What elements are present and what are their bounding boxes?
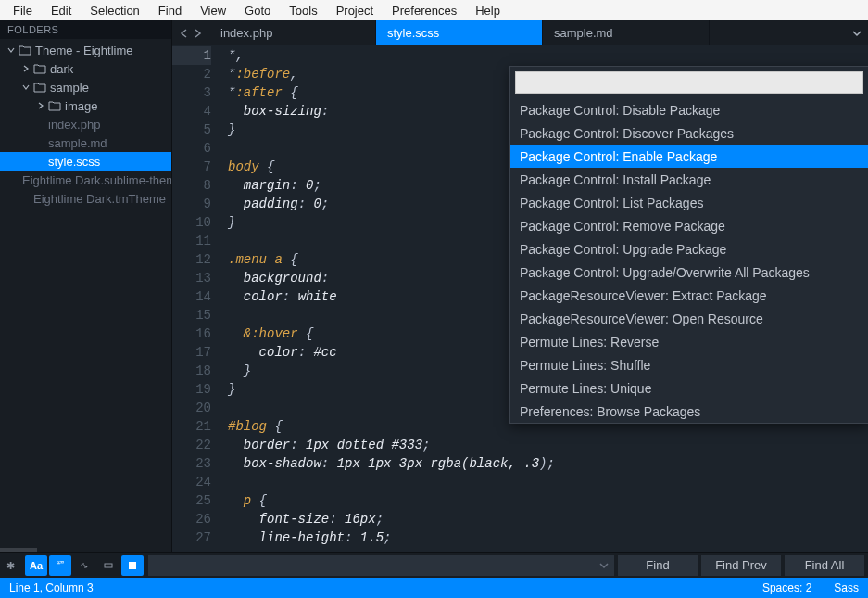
line-number[interactable]: 9 <box>172 195 211 213</box>
tree-item-label: sample.md <box>48 136 107 150</box>
command-palette-item[interactable]: Package Control: Discover Packages <box>510 121 868 145</box>
highlight-toggle[interactable] <box>121 555 144 576</box>
line-number[interactable]: 17 <box>172 343 211 362</box>
find-input[interactable] <box>148 555 614 576</box>
disclosure-arrow-icon[interactable] <box>20 82 31 93</box>
folder-icon <box>33 81 46 94</box>
regex-toggle[interactable]: ✱ <box>1 555 23 576</box>
whole-word-toggle[interactable]: “” <box>49 555 71 576</box>
menu-find[interactable]: Find <box>149 2 191 19</box>
line-number[interactable]: 12 <box>172 250 211 269</box>
syntax-indicator[interactable]: Sass <box>834 581 859 594</box>
tree-item-label: style.scss <box>48 155 100 169</box>
cursor-position[interactable]: Line 1, Column 3 <box>9 581 94 594</box>
file-row[interactable]: style.scss <box>0 152 171 171</box>
chevron-down-icon <box>852 29 862 38</box>
menu-preferences[interactable]: Preferences <box>383 2 466 19</box>
command-palette-input[interactable] <box>515 71 863 94</box>
indentation-indicator[interactable]: Spaces: 2 <box>762 581 811 594</box>
disclosure-arrow-icon[interactable] <box>20 63 31 74</box>
line-number[interactable]: 8 <box>172 176 211 195</box>
disclosure-arrow-icon[interactable] <box>35 100 46 111</box>
svg-rect-1 <box>105 564 112 567</box>
line-number[interactable]: 20 <box>172 399 211 417</box>
menu-file[interactable]: File <box>4 2 42 19</box>
line-number[interactable]: 23 <box>172 454 211 473</box>
line-number[interactable]: 18 <box>172 362 211 380</box>
menu-help[interactable]: Help <box>466 2 509 19</box>
menu-tools[interactable]: Tools <box>280 2 326 19</box>
line-number[interactable]: 2 <box>172 65 211 83</box>
folder-icon <box>48 99 61 112</box>
line-number[interactable]: 26 <box>172 510 211 528</box>
find-button[interactable]: Find <box>618 555 698 576</box>
folder-row[interactable]: dark <box>0 59 171 78</box>
line-number[interactable]: 21 <box>172 417 211 436</box>
line-number[interactable]: 7 <box>172 158 211 176</box>
command-palette-item[interactable]: Package Control: Enable Package <box>510 145 868 168</box>
command-palette-item[interactable]: Permute Lines: Reverse <box>510 330 868 353</box>
tab-sample-md[interactable]: sample.md <box>543 20 710 45</box>
command-palette-item[interactable]: PackageResourceViewer: Open Resource <box>510 307 868 330</box>
menu-selection[interactable]: Selection <box>81 2 148 19</box>
findbar: ✱ Aa “” Find Find Prev Find All <box>0 552 868 578</box>
command-palette-item[interactable]: Permute Lines: Shuffle <box>510 353 868 376</box>
find-options: ✱ Aa “” <box>0 555 145 576</box>
command-palette-item[interactable]: Package Control: List Packages <box>510 191 868 214</box>
file-row[interactable]: Eightlime Dark.sublime-theme <box>0 171 171 189</box>
command-palette-item[interactable]: Package Control: Install Package <box>510 168 868 191</box>
command-palette-item[interactable]: PackageResourceViewer: Extract Package <box>510 284 868 307</box>
folder-icon <box>33 62 46 75</box>
line-number[interactable]: 25 <box>172 491 211 510</box>
file-row[interactable]: Eightlime Dark.tmTheme <box>0 189 171 208</box>
line-number[interactable]: 27 <box>172 528 211 547</box>
line-number[interactable]: 14 <box>172 287 211 306</box>
line-number[interactable]: 10 <box>172 213 211 232</box>
command-palette-item[interactable]: Package Control: Upgrade Package <box>510 237 868 261</box>
command-palette-item[interactable]: Package Control: Remove Package <box>510 214 868 237</box>
in-selection-toggle[interactable] <box>97 555 120 576</box>
find-all-button[interactable]: Find All <box>785 555 864 576</box>
folder-row[interactable]: image <box>0 96 171 115</box>
tab-index-php[interactable]: index.php <box>209 20 376 45</box>
tab-next-icon[interactable] <box>193 29 202 38</box>
line-number[interactable]: 24 <box>172 473 211 491</box>
sidebar-header: FOLDERS <box>0 20 171 39</box>
menu-view[interactable]: View <box>191 2 235 19</box>
file-row[interactable]: index.php <box>0 115 171 134</box>
line-number[interactable]: 11 <box>172 232 211 250</box>
statusbar: Line 1, Column 3 Spaces: 2 Sass <box>0 578 868 598</box>
find-prev-button[interactable]: Find Prev <box>701 555 781 576</box>
line-number[interactable]: 4 <box>172 102 211 121</box>
tab-style-scss[interactable]: style.scss <box>376 20 543 45</box>
find-history-dropdown[interactable] <box>599 559 609 573</box>
line-number[interactable]: 13 <box>172 269 211 287</box>
command-palette-item[interactable]: Preferences: Browse Packages <box>510 400 868 423</box>
menu-goto[interactable]: Goto <box>235 2 280 19</box>
tab-nav <box>172 20 209 45</box>
command-palette-item[interactable]: Package Control: Disable Package <box>510 98 868 121</box>
line-number[interactable]: 6 <box>172 139 211 158</box>
line-number[interactable]: 15 <box>172 306 211 324</box>
line-number[interactable]: 5 <box>172 121 211 139</box>
tree-item-label: Eightlime Dark.tmTheme <box>33 192 166 206</box>
line-number[interactable]: 1 <box>172 46 211 65</box>
tab-overflow-button[interactable] <box>846 20 868 45</box>
file-row[interactable]: sample.md <box>0 134 171 152</box>
disclosure-arrow-icon[interactable] <box>6 45 17 56</box>
tree-item-label: Theme - Eightlime <box>35 44 132 57</box>
case-sensitive-toggle[interactable]: Aa <box>25 555 47 576</box>
command-palette-item[interactable]: Package Control: Upgrade/Overwrite All P… <box>510 261 868 284</box>
line-number[interactable]: 3 <box>172 83 211 102</box>
line-number[interactable]: 16 <box>172 324 211 343</box>
folder-row[interactable]: sample <box>0 78 171 96</box>
wrap-toggle[interactable] <box>73 555 95 576</box>
tree-item-label: Eightlime Dark.sublime-theme <box>22 173 172 187</box>
line-number[interactable]: 22 <box>172 436 211 454</box>
tab-prev-icon[interactable] <box>180 29 189 38</box>
command-palette-item[interactable]: Permute Lines: Unique <box>510 376 868 400</box>
menu-edit[interactable]: Edit <box>42 2 81 19</box>
folder-row[interactable]: Theme - Eightlime <box>0 41 171 59</box>
line-number[interactable]: 19 <box>172 380 211 399</box>
menu-project[interactable]: Project <box>327 2 383 19</box>
